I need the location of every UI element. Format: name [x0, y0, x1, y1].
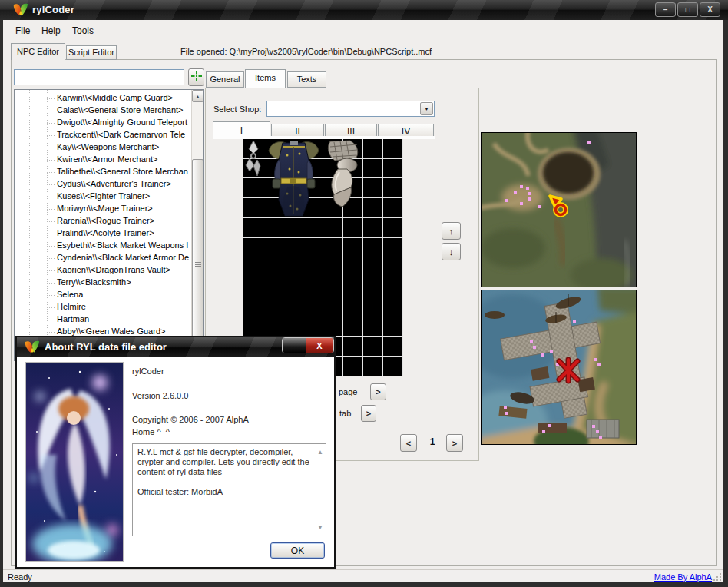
select-shop-label: Select Shop:	[213, 104, 261, 114]
about-tester: Official tester: MorbidA	[137, 487, 313, 497]
npc-tree-item[interactable]: Kaorien\\<DragonTrans Vault>	[15, 264, 190, 277]
item-gauntlet-sprite[interactable]	[324, 140, 363, 214]
scroll-down-icon[interactable]: ▼	[317, 522, 323, 532]
npc-tree-item[interactable]: Trackcent\\<Dark Caernarvon Tele	[15, 129, 190, 141]
npc-tree-item[interactable]: Selena	[15, 289, 190, 301]
dialog-title-bar: About RYL data file editor X	[17, 337, 334, 357]
tree-connector	[47, 283, 55, 284]
item-armor-sprite[interactable]	[264, 140, 323, 221]
tab-items[interactable]: Items	[245, 69, 286, 88]
npc-tree-item[interactable]: Kwiren\\<Armor Merchant>	[15, 154, 190, 166]
credit-link[interactable]: Made By AlphA	[654, 572, 712, 582]
tree-connector	[47, 270, 55, 271]
npc-tree-item[interactable]: Cyndenia\\<Black Market Armor De	[15, 252, 190, 264]
app-logo-icon	[12, 2, 29, 18]
tree-connector	[47, 246, 55, 247]
npc-location-map-bottom[interactable]	[481, 290, 637, 445]
npc-tree-item[interactable]: Helmire	[15, 301, 190, 313]
combo-dropdown-icon[interactable]: ▼	[420, 102, 433, 115]
npc-tree-item[interactable]: Esybeth\\<Black Market Weapons I	[15, 240, 190, 252]
about-home-link[interactable]: Home ^_^	[132, 427, 170, 436]
tab-texts[interactable]: Texts	[287, 71, 326, 88]
send-to-page-button[interactable]: >	[370, 383, 386, 400]
about-version: Version 2.6.0.0	[132, 391, 188, 400]
item-kunai-sprite[interactable]	[244, 140, 263, 181]
tab-script-editor[interactable]: Script Editor	[66, 45, 117, 60]
next-page-button[interactable]: >	[446, 434, 463, 452]
move-down-button[interactable]: ↓	[442, 243, 461, 260]
tree-connector	[47, 332, 55, 333]
select-shop-combobox[interactable]: ▼	[266, 101, 435, 117]
menu-tools[interactable]: Tools	[69, 25, 97, 37]
menu-file[interactable]: File	[12, 25, 33, 37]
move-up-button[interactable]: ↑	[442, 222, 461, 240]
npc-tree-item[interactable]: Rarenia\\<Rogue Trainer>	[15, 215, 190, 227]
tree-connector	[47, 184, 55, 185]
about-artwork	[25, 362, 124, 562]
send-to-page-label: page	[339, 387, 357, 396]
app-window: rylCoder – □ X File Help Tools NPC Edito…	[0, 0, 728, 587]
resize-grip[interactable]	[712, 572, 721, 581]
npc-tree-item[interactable]: Talibethe\\<General Store Merchan	[15, 166, 190, 178]
npc-tree-item[interactable]: Dwigot\\<Almighty Ground Teleport	[15, 117, 190, 129]
client-area: File Help Tools NPC Editor Script Editor…	[3, 20, 723, 582]
search-input[interactable]	[14, 69, 184, 85]
tab-npc-editor[interactable]: NPC Editor	[11, 43, 65, 60]
scrollbar-grip	[195, 262, 201, 267]
npc-tree-item[interactable]: Pralind\\<Acolyte Trainer>	[15, 227, 190, 240]
tree-connector	[47, 234, 55, 234]
about-copyright: Copyright © 2006 - 2007 AlphA	[132, 415, 249, 424]
scroll-up-icon[interactable]: ▲	[317, 447, 323, 457]
dialog-control-segment	[283, 338, 306, 353]
next-arrow-icon: >	[452, 439, 457, 448]
npc-tree-item[interactable]: Terry\\<Blacksmith>	[15, 277, 190, 289]
tree-connector	[47, 221, 55, 222]
next-arrow-icon: >	[366, 409, 371, 418]
down-arrow-icon: ↓	[449, 247, 454, 257]
title-bar: rylCoder – □ X	[0, 0, 728, 20]
tree-connector	[47, 98, 55, 99]
scrollbar-up-icon[interactable]: ▲	[192, 90, 204, 102]
window-controls: – □ X	[655, 2, 720, 17]
tree-connector	[47, 148, 55, 148]
tab-general[interactable]: General	[206, 71, 244, 88]
up-arrow-icon: ↑	[449, 227, 454, 236]
scrollbar-thumb[interactable]	[192, 159, 204, 361]
page-number: 1	[425, 436, 439, 447]
shop-tab-1[interactable]: I	[213, 121, 270, 139]
minimize-button[interactable]: –	[655, 2, 676, 17]
dialog-close-button[interactable]: X	[306, 338, 333, 353]
npc-tree-item[interactable]: Cydus\\<Adventurer's Trainer>	[15, 178, 190, 191]
menu-help[interactable]: Help	[38, 25, 64, 37]
prev-page-button[interactable]: <	[400, 434, 417, 452]
next-arrow-icon: >	[376, 387, 380, 396]
npc-tree-item[interactable]: Hartman	[15, 313, 190, 326]
tree-connector	[47, 307, 55, 308]
npc-location-map-top[interactable]	[481, 132, 637, 287]
locate-button[interactable]	[188, 68, 204, 86]
tree-connector	[47, 209, 55, 210]
maximize-button[interactable]: □	[677, 2, 698, 17]
app-logo-icon	[24, 340, 41, 355]
send-to-tab-label: tab	[339, 409, 351, 418]
about-description-box[interactable]: R.Y.L mcf & gsf file decrypter, decompil…	[132, 443, 326, 536]
npc-tree-item[interactable]: Kuses\\<Fighter Trainer>	[15, 191, 190, 203]
crosshair-icon	[191, 71, 202, 85]
ok-button[interactable]: OK	[270, 542, 325, 559]
npc-tree-item[interactable]: Kay\\<Weapons Merchant>	[15, 141, 190, 154]
tree-scrollbar[interactable]: ▲	[191, 90, 203, 360]
status-bar: Ready Made By AlphA	[3, 569, 723, 582]
tree-connector	[47, 295, 55, 296]
tree-connector	[47, 172, 55, 173]
send-to-tab-button[interactable]: >	[361, 405, 376, 422]
tree-connector	[47, 160, 55, 161]
close-button[interactable]: X	[700, 2, 720, 17]
prev-arrow-icon: <	[406, 439, 411, 448]
tree-connector	[47, 197, 55, 197]
npc-tree-item[interactable]: Karwin\\<Middle Camp Guard>	[15, 92, 190, 104]
dialog-title: About RYL data file editor	[45, 341, 167, 353]
npc-tree-item[interactable]: Calas\\<General Store Merchant>	[15, 104, 190, 117]
tree-connector	[47, 123, 55, 124]
titlebar-sheen	[0, 0, 728, 20]
npc-tree-item[interactable]: Moriwyn\\<Mage Trainer>	[15, 203, 190, 215]
